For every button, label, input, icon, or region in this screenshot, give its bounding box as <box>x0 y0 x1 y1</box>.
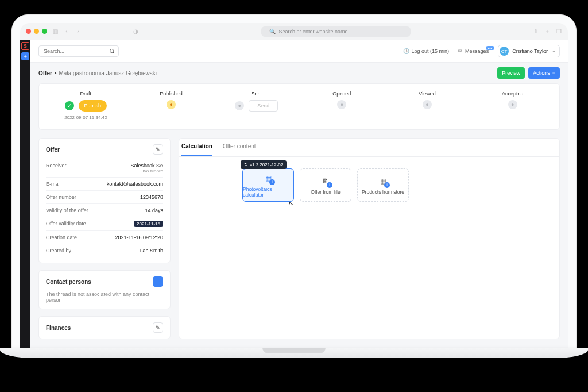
stage-viewed: Viewed ● <box>386 91 469 120</box>
contacts-card: Contact persons ＋ The thread is not asso… <box>38 270 171 309</box>
status-pipeline: Draft ✓ Publish 2022-09-07 11:34:42 Publ… <box>38 83 560 130</box>
pencil-icon: ✎ <box>156 325 160 330</box>
share-icon[interactable]: ⇧ <box>532 28 539 34</box>
app-root: S ＋ 🕒 Log out (15 min) ✉ <box>20 40 568 353</box>
tabs-icon[interactable]: ❐ <box>555 28 562 34</box>
mail-icon: ✉ <box>458 48 463 54</box>
edit-finances-button[interactable]: ✎ <box>153 322 163 333</box>
user-name: Cristiano Taylor <box>512 48 548 54</box>
user-menu[interactable]: CT Cristiano Taylor ⌄ <box>498 45 560 57</box>
global-search[interactable] <box>38 45 119 57</box>
search-icon <box>109 48 115 55</box>
tab-calculation[interactable]: Calculation <box>181 139 212 156</box>
calculator-icon: ▦+ <box>263 173 273 183</box>
stage-accepted: Accepted ● <box>471 91 554 120</box>
actions-button[interactable]: Actions ≡ <box>528 67 560 79</box>
safari-toolbar: ▥ ‹ › ◑ 🔍 Search or enter website name ⇧… <box>20 23 568 40</box>
right-tabs: Calculation Offer content <box>179 139 559 157</box>
search-input[interactable] <box>38 45 119 57</box>
offer-card: Offer ✎ Receiver Salesbook SAIvo Moore E… <box>38 138 171 263</box>
tag-date: 2021-11-16 <box>134 221 163 227</box>
edit-offer-button[interactable]: ✎ <box>153 144 163 155</box>
contacts-title: Contact persons <box>46 279 91 285</box>
search-glyph-icon: 🔍 <box>269 29 276 34</box>
contacts-empty: The thread is not associated with any co… <box>46 291 163 303</box>
add-contact-button[interactable]: ＋ <box>153 276 163 287</box>
calculation-tiles: ↻ v1.2 2021-12-02 ▦+ Photovoltaics calcu… <box>179 157 559 213</box>
history-icon: ↻ <box>244 162 248 167</box>
brand-logo-icon[interactable]: S <box>21 42 29 50</box>
avatar: CT <box>500 47 509 56</box>
app-topbar: 🕒 Log out (15 min) ✉ Messages ••• CT Cri… <box>30 40 568 63</box>
check-icon: ✓ <box>65 101 74 110</box>
address-placeholder: Search or enter website name <box>279 29 348 34</box>
logout-timer[interactable]: 🕒 Log out (15 min) <box>403 48 450 54</box>
send-button[interactable]: Send <box>249 100 278 112</box>
publish-button[interactable]: Publish <box>79 100 107 112</box>
messages-badge: ••• <box>486 46 494 50</box>
screen: ▥ ‹ › ◑ 🔍 Search or enter website name ⇧… <box>20 23 568 353</box>
content-area: Offer ✎ Receiver Salesbook SAIvo Moore E… <box>30 130 568 347</box>
new-tab-icon[interactable]: ＋ <box>544 28 551 36</box>
left-rail: S ＋ <box>20 40 30 353</box>
idle-icon: ● <box>337 100 346 109</box>
rail-add-button[interactable]: ＋ <box>21 52 29 60</box>
tile-pv-calculator[interactable]: ▦+ Photovoltaics calculator <box>242 168 294 202</box>
plus-icon: ＋ <box>156 278 161 286</box>
idle-icon: ● <box>235 101 244 110</box>
finances-card: Finances ✎ <box>38 316 171 339</box>
nav-back-icon[interactable]: ‹ <box>63 28 70 34</box>
stage-published: Published ● <box>130 91 212 120</box>
offer-card-title: Offer <box>46 147 60 153</box>
left-column: Offer ✎ Receiver Salesbook SAIvo Moore E… <box>38 138 171 339</box>
nav-fwd-icon[interactable]: › <box>75 28 82 34</box>
window-minimize[interactable] <box>34 29 39 34</box>
store-icon: ▦+ <box>378 176 388 186</box>
idle-icon: ● <box>423 100 432 109</box>
page-header: Offer • Mała gastronomia Janusz Gołębiew… <box>30 63 568 83</box>
messages-link[interactable]: ✉ Messages ••• <box>458 48 489 54</box>
laptop-notch <box>262 348 326 353</box>
breadcrumb: Offer • Mała gastronomia Janusz Gołębiew… <box>38 70 157 76</box>
laptop-frame: ▥ ‹ › ◑ 🔍 Search or enter website name ⇧… <box>11 14 577 353</box>
shield-icon[interactable]: ◑ <box>132 28 139 34</box>
svg-point-0 <box>110 49 114 53</box>
sidebar-icon[interactable]: ▥ <box>52 28 59 34</box>
cursor-icon: ↖ <box>288 199 295 208</box>
pending-icon: ● <box>167 100 176 109</box>
tab-offer-content[interactable]: Offer content <box>223 139 256 156</box>
stage-draft: Draft ✓ Publish 2022-09-07 11:34:42 <box>45 91 127 120</box>
stage-sent: Sent ● Send <box>215 91 297 120</box>
right-panel: Calculation Offer content ↻ v1.2 2021-12… <box>179 138 560 339</box>
draft-timestamp: 2022-09-07 11:34:42 <box>64 115 107 120</box>
finances-title: Finances <box>46 325 71 331</box>
window-close[interactable] <box>26 29 31 34</box>
tile-offer-from-file[interactable]: 🗎+ Offer from file <box>300 168 351 202</box>
clock-icon: 🕒 <box>403 48 409 54</box>
stage-opened: Opened ● <box>301 91 383 120</box>
pencil-icon: ✎ <box>156 147 160 152</box>
file-icon: 🗎+ <box>320 176 331 186</box>
version-tooltip: ↻ v1.2 2021-12-02 <box>241 160 287 169</box>
preview-button[interactable]: Preview <box>497 67 525 79</box>
main-column: 🕒 Log out (15 min) ✉ Messages ••• CT Cri… <box>30 40 568 353</box>
svg-line-1 <box>113 52 114 53</box>
chevron-down-icon: ⌄ <box>552 48 556 53</box>
window-maximize[interactable] <box>42 29 47 34</box>
tile-products-from-store[interactable]: ▦+ Products from store <box>357 168 409 202</box>
address-bar[interactable]: 🔍 Search or enter website name <box>261 26 411 37</box>
idle-icon: ● <box>508 100 517 109</box>
